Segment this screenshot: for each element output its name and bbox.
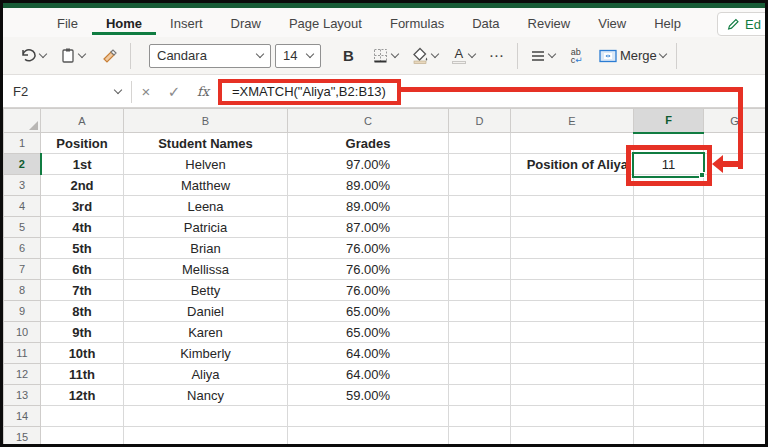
cell-C2[interactable]: 97.00%: [288, 154, 449, 175]
cell-G13[interactable]: [704, 385, 766, 406]
cell-F13[interactable]: [634, 385, 704, 406]
cell-D13[interactable]: [449, 385, 511, 406]
cell-E8[interactable]: [511, 280, 634, 301]
cell-A15[interactable]: [41, 427, 124, 445]
cell-D15[interactable]: [449, 427, 511, 445]
row-header-4[interactable]: 4: [4, 196, 41, 217]
row-header-6[interactable]: 6: [4, 238, 41, 259]
cell-B1[interactable]: Student Names: [124, 133, 288, 154]
cell-F15[interactable]: [634, 427, 704, 445]
cell-D11[interactable]: [449, 343, 511, 364]
name-box[interactable]: F2: [3, 76, 131, 107]
cell-A4[interactable]: 3rd: [41, 196, 124, 217]
enter-button[interactable]: ✓: [160, 83, 188, 101]
row-header-9[interactable]: 9: [4, 301, 41, 322]
cell-D1[interactable]: [449, 133, 511, 154]
cell-E2[interactable]: Position of Aliya: [511, 154, 634, 175]
cell-A2[interactable]: 1st: [41, 154, 124, 175]
cell-B7[interactable]: Mellissa: [124, 259, 288, 280]
column-header-G[interactable]: G: [704, 109, 766, 133]
cell-A11[interactable]: 10th: [41, 343, 124, 364]
cell-D3[interactable]: [449, 175, 511, 196]
cell-C9[interactable]: 65.00%: [288, 301, 449, 322]
row-header-2[interactable]: 2: [4, 154, 41, 175]
cell-B2[interactable]: Helven: [124, 154, 288, 175]
cell-E5[interactable]: [511, 217, 634, 238]
cell-E11[interactable]: [511, 343, 634, 364]
row-header-8[interactable]: 8: [4, 280, 41, 301]
cell-B15[interactable]: [124, 427, 288, 445]
cell-A3[interactable]: 2nd: [41, 175, 124, 196]
borders-button[interactable]: [372, 47, 398, 64]
cell-E13[interactable]: [511, 385, 634, 406]
cell-C6[interactable]: 76.00%: [288, 238, 449, 259]
column-header-D[interactable]: D: [449, 109, 511, 133]
cell-F8[interactable]: [634, 280, 704, 301]
cell-F4[interactable]: [634, 196, 704, 217]
wrap-text-button[interactable]: ab c↵: [571, 48, 583, 64]
cell-A1[interactable]: Position: [41, 133, 124, 154]
cell-D9[interactable]: [449, 301, 511, 322]
cell-A13[interactable]: 12th: [41, 385, 124, 406]
tab-file[interactable]: File: [43, 10, 92, 35]
cell-G1[interactable]: [704, 133, 766, 154]
cell-E7[interactable]: [511, 259, 634, 280]
undo-button[interactable]: [19, 48, 46, 64]
cell-B4[interactable]: Leena: [124, 196, 288, 217]
row-header-7[interactable]: 7: [4, 259, 41, 280]
cell-A6[interactable]: 5th: [41, 238, 124, 259]
cell-B13[interactable]: Nancy: [124, 385, 288, 406]
cell-E3[interactable]: [511, 175, 634, 196]
row-header-1[interactable]: 1: [4, 133, 41, 154]
cell-E9[interactable]: [511, 301, 634, 322]
cell-G14[interactable]: [704, 406, 766, 427]
insert-function-button[interactable]: fx: [188, 84, 218, 99]
cell-B8[interactable]: Betty: [124, 280, 288, 301]
tab-help[interactable]: Help: [640, 10, 695, 35]
row-header-14[interactable]: 14: [4, 406, 41, 427]
cell-G12[interactable]: [704, 364, 766, 385]
cell-A10[interactable]: 9th: [41, 322, 124, 343]
cell-E15[interactable]: [511, 427, 634, 445]
cell-B9[interactable]: Daniel: [124, 301, 288, 322]
cell-D14[interactable]: [449, 406, 511, 427]
cell-G7[interactable]: [704, 259, 766, 280]
cell-C8[interactable]: 76.00%: [288, 280, 449, 301]
cell-D6[interactable]: [449, 238, 511, 259]
cell-A7[interactable]: 6th: [41, 259, 124, 280]
tab-insert[interactable]: Insert: [156, 10, 217, 35]
cell-A14[interactable]: [41, 406, 124, 427]
cell-F11[interactable]: [634, 343, 704, 364]
cell-E6[interactable]: [511, 238, 634, 259]
cell-D5[interactable]: [449, 217, 511, 238]
cell-F9[interactable]: [634, 301, 704, 322]
cell-G8[interactable]: [704, 280, 766, 301]
merge-button[interactable]: Merge: [599, 48, 666, 63]
cell-C1[interactable]: Grades: [288, 133, 449, 154]
tab-page-layout[interactable]: Page Layout: [275, 10, 376, 35]
cell-E4[interactable]: [511, 196, 634, 217]
cell-D4[interactable]: [449, 196, 511, 217]
cell-C13[interactable]: 59.00%: [288, 385, 449, 406]
cell-A12[interactable]: 11th: [41, 364, 124, 385]
row-header-13[interactable]: 13: [4, 385, 41, 406]
more-font-options-button[interactable]: ⋯: [489, 47, 505, 65]
cell-F6[interactable]: [634, 238, 704, 259]
row-header-10[interactable]: 10: [4, 322, 41, 343]
cell-G9[interactable]: [704, 301, 766, 322]
cell-F7[interactable]: [634, 259, 704, 280]
cell-G3[interactable]: [704, 175, 766, 196]
align-button[interactable]: [530, 49, 555, 63]
cell-B14[interactable]: [124, 406, 288, 427]
cell-C15[interactable]: [288, 427, 449, 445]
font-size-combobox[interactable]: 14: [275, 44, 321, 68]
cell-C5[interactable]: 87.00%: [288, 217, 449, 238]
select-all-corner[interactable]: [4, 109, 41, 133]
editing-mode-button[interactable]: Ed: [717, 12, 768, 36]
tab-formulas[interactable]: Formulas: [376, 10, 458, 35]
cell-C14[interactable]: [288, 406, 449, 427]
row-header-11[interactable]: 11: [4, 343, 41, 364]
column-header-B[interactable]: B: [124, 109, 288, 133]
cell-E12[interactable]: [511, 364, 634, 385]
cell-F10[interactable]: [634, 322, 704, 343]
